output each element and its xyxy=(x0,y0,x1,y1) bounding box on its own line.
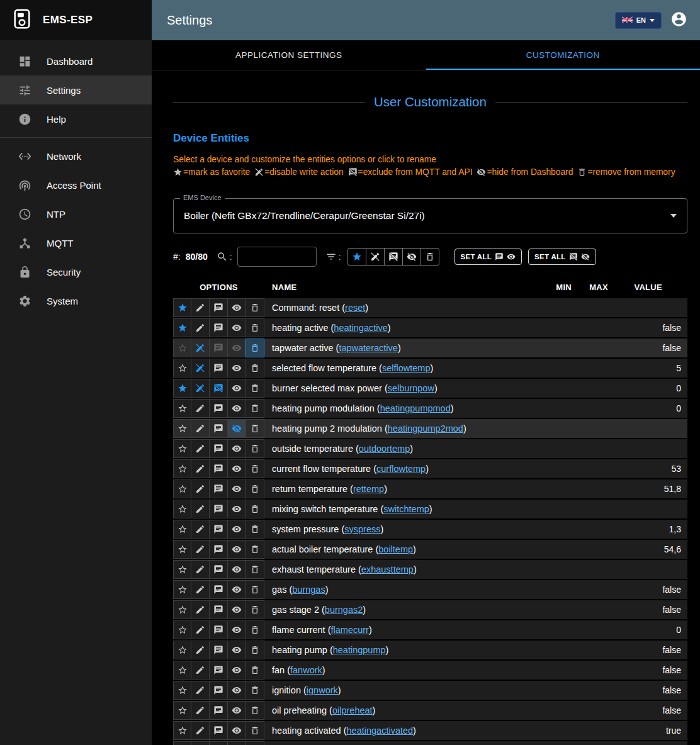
visibility-toggle[interactable] xyxy=(227,741,246,745)
mqtt-toggle[interactable] xyxy=(209,318,228,337)
delete-toggle[interactable] xyxy=(246,560,264,579)
entity-shortname-link[interactable]: syspress xyxy=(344,524,380,534)
mqtt-toggle[interactable] xyxy=(209,560,228,579)
filter-edit-off-button[interactable] xyxy=(366,248,385,266)
mqtt-toggle[interactable] xyxy=(209,520,228,539)
entity-name[interactable]: heating pump 2 modulation (heatingpump2m… xyxy=(264,419,529,438)
mqtt-toggle[interactable] xyxy=(209,339,228,357)
mqtt-toggle[interactable] xyxy=(209,500,228,518)
sidebar-item-network[interactable]: Network xyxy=(0,142,152,171)
delete-toggle[interactable] xyxy=(246,721,264,740)
sidebar-item-settings[interactable]: Settings xyxy=(0,76,152,104)
sidebar-item-mqtt[interactable]: MQTT xyxy=(0,228,152,257)
search-input[interactable] xyxy=(237,247,317,267)
sidebar-item-security[interactable]: Security xyxy=(0,257,152,286)
sidebar-item-dashboard[interactable]: Dashboard xyxy=(0,47,152,76)
mqtt-toggle[interactable] xyxy=(209,298,228,317)
entity-name[interactable]: oil preheating (oilpreheat) xyxy=(264,701,529,720)
visibility-toggle[interactable] xyxy=(227,721,246,740)
write-toggle[interactable] xyxy=(191,459,210,478)
favorite-toggle[interactable] xyxy=(173,439,191,458)
mqtt-toggle[interactable] xyxy=(209,379,228,398)
delete-toggle[interactable] xyxy=(246,540,264,559)
mqtt-toggle[interactable] xyxy=(209,681,228,700)
entity-name[interactable]: current flow temperature (curflowtemp) xyxy=(264,459,529,478)
entity-shortname-link[interactable]: boiltemp xyxy=(378,544,413,554)
favorite-toggle[interactable] xyxy=(173,379,191,398)
entity-name[interactable]: burner selected max power (selburnpow) xyxy=(264,379,529,398)
entity-name[interactable]: actual boiler temperature (boiltemp) xyxy=(264,540,529,559)
entity-shortname-link[interactable]: curflowtemp xyxy=(376,464,426,474)
entity-shortname-link[interactable]: ignwork xyxy=(307,685,338,695)
entity-shortname-link[interactable]: tapwateractive xyxy=(339,343,398,353)
mqtt-toggle[interactable] xyxy=(209,641,228,659)
entity-name[interactable]: Command: reset (reset) xyxy=(264,298,529,317)
write-toggle[interactable] xyxy=(191,701,210,720)
favorite-toggle[interactable] xyxy=(173,339,191,357)
visibility-toggle[interactable] xyxy=(227,298,246,317)
entity-name[interactable]: heating active (heatingactive) xyxy=(264,318,529,337)
favorite-toggle[interactable] xyxy=(173,359,191,378)
visibility-toggle[interactable] xyxy=(227,500,246,518)
delete-toggle[interactable] xyxy=(246,439,264,458)
write-toggle[interactable] xyxy=(191,500,210,518)
visibility-toggle[interactable] xyxy=(227,540,246,559)
entity-shortname-link[interactable]: heatingpump xyxy=(333,645,386,655)
entity-name[interactable]: heating pump modulation (heatingpumpmod) xyxy=(264,399,529,418)
mqtt-toggle[interactable] xyxy=(209,741,228,745)
visibility-toggle[interactable] xyxy=(227,379,246,398)
write-toggle[interactable] xyxy=(191,741,210,745)
entity-shortname-link[interactable]: oilpreheat xyxy=(332,705,373,715)
delete-toggle[interactable] xyxy=(246,459,264,478)
entity-name[interactable] xyxy=(264,741,529,745)
entity-shortname-link[interactable]: heatingpump2mod xyxy=(388,423,463,434)
favorite-toggle[interactable] xyxy=(173,298,191,317)
visibility-toggle[interactable] xyxy=(227,399,246,418)
sidebar-item-ntp[interactable]: NTP xyxy=(0,199,152,228)
entity-shortname-link[interactable]: heatingactive xyxy=(334,323,387,333)
visibility-toggle[interactable] xyxy=(227,661,246,680)
entity-name[interactable]: ignition (ignwork) xyxy=(264,681,529,700)
visibility-toggle[interactable] xyxy=(227,339,246,357)
mqtt-toggle[interactable] xyxy=(209,580,228,599)
delete-toggle[interactable] xyxy=(246,318,264,337)
favorite-toggle[interactable] xyxy=(173,620,191,639)
tab-customization[interactable]: CUSTOMIZATION xyxy=(426,40,700,70)
entity-shortname-link[interactable]: heatingpumpmod xyxy=(380,403,451,413)
filter-trash-button[interactable] xyxy=(421,248,439,266)
entity-name[interactable]: system pressure (syspress) xyxy=(264,520,529,539)
sidebar-item-help[interactable]: Help xyxy=(0,104,152,133)
write-toggle[interactable] xyxy=(191,520,210,539)
delete-toggle[interactable] xyxy=(246,339,264,357)
visibility-toggle[interactable] xyxy=(227,520,246,539)
visibility-toggle[interactable] xyxy=(227,580,246,599)
entity-name[interactable]: flame current (flamecurr) xyxy=(264,620,529,639)
write-toggle[interactable] xyxy=(191,379,210,398)
mqtt-toggle[interactable] xyxy=(209,479,228,498)
delete-toggle[interactable] xyxy=(246,419,264,438)
mqtt-toggle[interactable] xyxy=(209,459,228,478)
entity-name[interactable]: gas (burngas) xyxy=(264,580,529,599)
entity-name[interactable]: mixing switch temperature (switchtemp) xyxy=(264,500,529,518)
write-toggle[interactable] xyxy=(191,540,210,559)
favorite-toggle[interactable] xyxy=(173,721,191,740)
entity-name[interactable]: outside temperature (outdoortemp) xyxy=(264,439,529,458)
write-toggle[interactable] xyxy=(191,359,210,378)
entity-name[interactable]: tapwater active (tapwateractive) xyxy=(264,339,529,357)
favorite-toggle[interactable] xyxy=(173,520,191,539)
favorite-toggle[interactable] xyxy=(173,459,191,478)
entity-name[interactable]: exhaust temperature (exhausttemp) xyxy=(264,560,529,579)
delete-toggle[interactable] xyxy=(246,641,264,659)
delete-toggle[interactable] xyxy=(246,600,264,619)
mqtt-toggle[interactable] xyxy=(209,399,228,418)
favorite-toggle[interactable] xyxy=(173,701,191,720)
entity-shortname-link[interactable]: rettemp xyxy=(353,484,384,494)
visibility-toggle[interactable] xyxy=(227,560,246,579)
mqtt-toggle[interactable] xyxy=(209,359,228,378)
write-toggle[interactable] xyxy=(191,479,210,498)
write-toggle[interactable] xyxy=(191,681,210,700)
mqtt-toggle[interactable] xyxy=(209,661,228,680)
visibility-toggle[interactable] xyxy=(227,318,246,337)
favorite-toggle[interactable] xyxy=(173,661,191,680)
visibility-toggle[interactable] xyxy=(227,600,246,619)
